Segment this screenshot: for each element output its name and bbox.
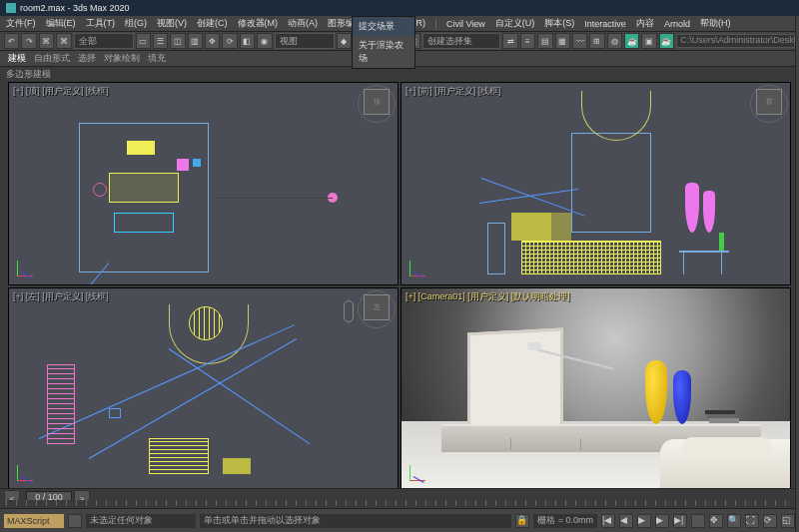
viewcube-front[interactable]: 前	[756, 89, 782, 115]
play-start-icon[interactable]: |◀	[601, 514, 615, 528]
time-ruler[interactable]	[6, 500, 793, 506]
select-name-icon[interactable]: ☰	[153, 33, 168, 49]
window-crossing-icon[interactable]: ▥	[188, 33, 203, 49]
left-switch-icon	[344, 300, 354, 322]
selection-filter[interactable]: 全部	[74, 33, 134, 49]
layer-icon[interactable]: ▤	[537, 33, 552, 49]
ribbon-tab-freeform[interactable]: 自由形式	[34, 52, 70, 65]
time-slider[interactable]: < 0 / 100 >	[0, 488, 799, 508]
named-selection[interactable]: 创建选择集	[422, 33, 500, 49]
render-setup-icon[interactable]: ☕	[624, 33, 639, 49]
menu-arnold[interactable]: Arnold	[664, 19, 690, 29]
front-table-leg2	[721, 251, 722, 274]
render-frame-icon[interactable]: ▣	[641, 33, 656, 49]
axis-gizmo-camera	[409, 459, 431, 481]
front-vase-pink	[685, 183, 699, 233]
menu-help[interactable]: 帮助(H)	[700, 17, 731, 30]
title-bar: room2.max - 3ds Max 2020	[0, 0, 799, 16]
left-camera-gizmo	[109, 408, 121, 418]
menu-civilview[interactable]: Civil View	[446, 19, 485, 29]
left-light-arc	[169, 304, 249, 364]
menu-create[interactable]: 创建(C)	[197, 17, 228, 30]
viewport-front[interactable]: [+] [前] [用户定义] [线框] 前	[400, 82, 791, 285]
viewport-left[interactable]: [+] [左] [用户定义] [线框] 左	[8, 287, 399, 491]
top-lamp-wire	[93, 183, 107, 197]
zoom-icon[interactable]: 🔍	[727, 514, 741, 528]
left-lamp-wire	[47, 364, 75, 444]
link-icon[interactable]: ⌘	[39, 33, 54, 49]
orbit-icon[interactable]: ⟳	[763, 514, 777, 528]
redo-icon[interactable]: ↷	[21, 33, 36, 49]
axis-gizmo-left	[17, 459, 39, 481]
unlink-icon[interactable]: ⌘	[56, 33, 71, 49]
play-icon[interactable]: ▶	[637, 514, 651, 528]
viewport-camera-label[interactable]: [+] [Camera01] [用户定义] [默认明暗处理]	[405, 290, 570, 303]
zoom-extents-icon[interactable]: ⛶	[745, 514, 759, 528]
lock-icon[interactable]: 🔒	[515, 514, 529, 528]
grid-readout: 栅格 = 0.0mm	[533, 514, 597, 528]
select-icon[interactable]: ▭	[136, 33, 151, 49]
viewport-top-label[interactable]: [+] [顶] [用户定义] [线框]	[13, 85, 109, 98]
menu-edit[interactable]: 编辑(E)	[46, 17, 76, 30]
menu-animation[interactable]: 动画(A)	[288, 17, 318, 30]
top-sofa-wire	[109, 173, 179, 203]
move-icon[interactable]: ✥	[205, 33, 220, 49]
isolate-icon[interactable]	[691, 514, 705, 528]
menu-content[interactable]: 内容	[636, 17, 654, 30]
pivot-icon[interactable]: ◆	[337, 33, 352, 49]
viewcube-top[interactable]: 顶	[364, 89, 390, 115]
ribbon-icon[interactable]: ▦	[555, 33, 570, 49]
menu-interactive[interactable]: Interactive	[584, 19, 626, 29]
curve-editor-icon[interactable]: 〰	[572, 33, 587, 49]
placement-icon[interactable]: ◉	[257, 33, 272, 49]
menu-customize[interactable]: 自定义(U)	[495, 17, 535, 30]
viewport-camera[interactable]: [+] [Camera01] [用户定义] [默认明暗处理]	[400, 287, 791, 491]
front-table-leg	[683, 251, 684, 274]
undo-icon[interactable]: ↶	[4, 33, 19, 49]
popup-item-about[interactable]: 关于渲染农场	[353, 36, 414, 68]
menu-tools[interactable]: 工具(T)	[86, 17, 116, 30]
render-production-icon[interactable]: ☕	[659, 33, 674, 49]
menu-views[interactable]: 视图(V)	[157, 17, 187, 30]
popup-item-submit[interactable]: 提交场景	[353, 17, 414, 36]
maxscript-button[interactable]: MAXScript	[4, 514, 64, 528]
viewport-quad: [+] [顶] [用户定义] [线框] 顶 [+] [前] [用户定义] [线框…	[8, 82, 791, 490]
ribbon-tab-populate[interactable]: 填充	[148, 52, 166, 65]
ribbon-tab-selection[interactable]: 选择	[78, 52, 96, 65]
align-icon[interactable]: ≡	[520, 33, 535, 49]
top-cabinet	[127, 141, 155, 155]
viewport-left-label[interactable]: [+] [左] [用户定义] [线框]	[13, 290, 109, 303]
left-cabinet	[223, 458, 251, 474]
left-line1	[39, 324, 295, 439]
menu-modifiers[interactable]: 修改器(M)	[238, 17, 279, 30]
viewcube-left[interactable]: 左	[364, 294, 390, 320]
command-panel-edge[interactable]	[795, 16, 799, 532]
play-prev-icon[interactable]: ◀	[619, 514, 633, 528]
play-next-icon[interactable]: ▶	[655, 514, 669, 528]
menu-popup[interactable]: 提交场景 关于渲染农场	[352, 16, 415, 69]
top-axis-line	[213, 198, 333, 199]
menu-group[interactable]: 组(G)	[125, 17, 147, 30]
listener-icon[interactable]	[68, 514, 82, 528]
pan-icon[interactable]: ✥	[709, 514, 723, 528]
ribbon-tab-modeling[interactable]: 建模	[8, 52, 26, 65]
ribbon-group-text: 多边形建模	[6, 68, 51, 81]
menu-scripting[interactable]: 脚本(S)	[544, 17, 574, 30]
schematic-icon[interactable]: ⊞	[589, 33, 604, 49]
rect-select-icon[interactable]: ◫	[170, 33, 185, 49]
ribbon-tab-objectpaint[interactable]: 对象绘制	[104, 52, 140, 65]
material-icon[interactable]: ◍	[607, 33, 622, 49]
rotate-icon[interactable]: ⟳	[222, 33, 237, 49]
viewport-front-label[interactable]: [+] [前] [用户定义] [线框]	[405, 85, 501, 98]
viewport-top[interactable]: [+] [顶] [用户定义] [线框] 顶	[8, 82, 399, 285]
mirror-icon[interactable]: ⇄	[502, 33, 517, 49]
front-bottle	[719, 233, 724, 251]
menu-file[interactable]: 文件(F)	[6, 17, 36, 30]
refcoord-dropdown[interactable]: 视图	[275, 33, 335, 49]
front-cam-line1	[481, 178, 585, 217]
maximize-viewport-icon[interactable]: ◱	[781, 514, 795, 528]
file-path-field[interactable]: C:\Users\Administrator\Deskt	[676, 34, 795, 48]
scale-icon[interactable]: ◧	[240, 33, 255, 49]
persp-drawer1	[461, 438, 511, 450]
play-end-icon[interactable]: ▶|	[673, 514, 687, 528]
